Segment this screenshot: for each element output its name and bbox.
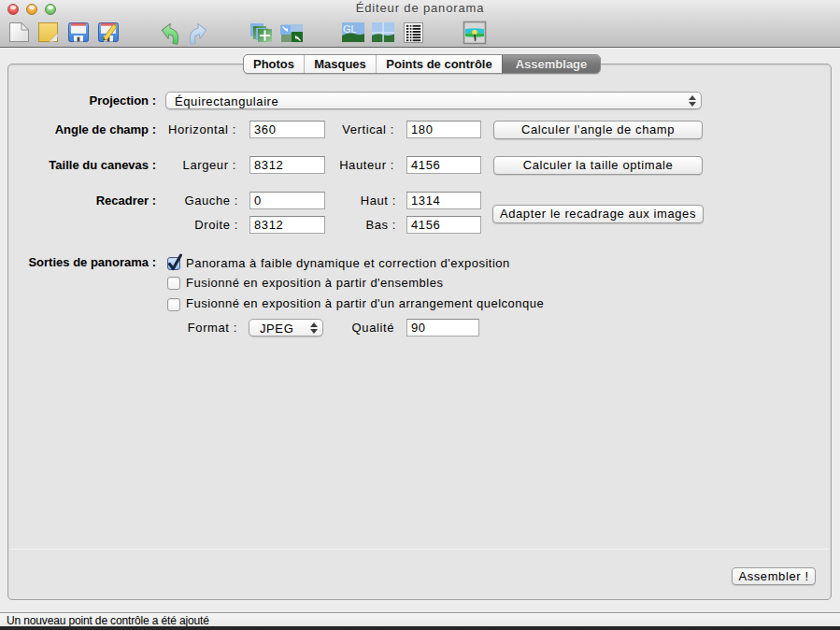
svg-text:GL: GL [343,23,357,35]
